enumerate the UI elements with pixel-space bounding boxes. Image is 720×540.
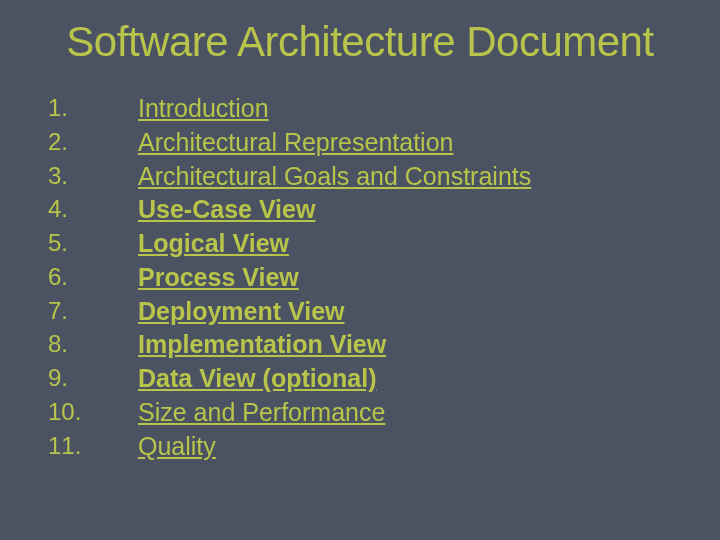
section-link[interactable]: Implementation View — [138, 330, 386, 358]
section-item: Data View (optional) — [48, 362, 700, 396]
section-item: Architectural Representation — [48, 126, 700, 160]
section-item: Use-Case View — [48, 193, 700, 227]
section-link[interactable]: Quality — [138, 432, 216, 460]
section-item: Logical View — [48, 227, 700, 261]
section-item: Implementation View — [48, 328, 700, 362]
section-link[interactable]: Process View — [138, 263, 299, 291]
section-item: Deployment View — [48, 295, 700, 329]
section-link[interactable]: Architectural Goals and Constraints — [138, 162, 531, 190]
section-item: Architectural Goals and Constraints — [48, 160, 700, 194]
page-title: Software Architecture Document — [0, 0, 720, 72]
section-link[interactable]: Introduction — [138, 94, 269, 122]
section-item: Process View — [48, 261, 700, 295]
section-link[interactable]: Architectural Representation — [138, 128, 453, 156]
section-link[interactable]: Size and Performance — [138, 398, 385, 426]
section-link[interactable]: Data View (optional) — [138, 364, 376, 392]
section-item: Introduction — [48, 92, 700, 126]
section-link[interactable]: Deployment View — [138, 297, 345, 325]
section-list: IntroductionArchitectural Representation… — [0, 72, 720, 463]
slide: Software Architecture Document Introduct… — [0, 0, 720, 540]
section-link[interactable]: Logical View — [138, 229, 289, 257]
section-link[interactable]: Use-Case View — [138, 195, 315, 223]
section-item: Quality — [48, 430, 700, 464]
section-item: Size and Performance — [48, 396, 700, 430]
